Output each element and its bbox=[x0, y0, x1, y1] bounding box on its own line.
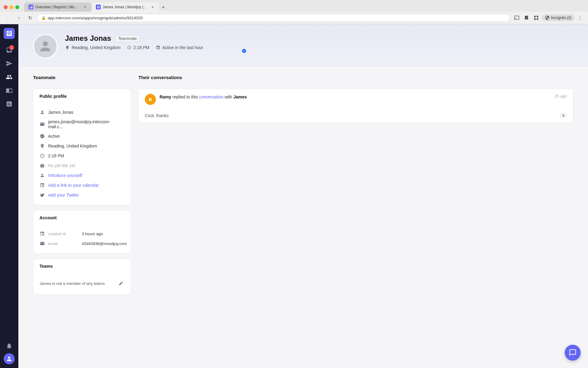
created-at-icon bbox=[40, 231, 45, 236]
convo-count: 4 bbox=[560, 113, 567, 118]
convo-avatar-1: R bbox=[145, 94, 156, 105]
sidebar-item-knowledge[interactable] bbox=[3, 84, 15, 97]
traffic-lights bbox=[4, 5, 19, 9]
svg-point-8 bbox=[580, 17, 580, 18]
sidebar-item-notifications[interactable] bbox=[3, 340, 15, 352]
back-button[interactable]: ‹ bbox=[4, 13, 12, 22]
left-column: Teammate Public profile James Jonas bbox=[33, 75, 131, 359]
account-created-value: 3 hours ago bbox=[82, 232, 103, 236]
sidebar: 1 bbox=[0, 24, 18, 368]
conversation-header-1: R Ramy replied to this conversation with… bbox=[139, 89, 573, 109]
cast-button[interactable] bbox=[512, 13, 521, 22]
status-icon bbox=[40, 133, 45, 139]
public-profile-card-body: James Jonas james.jonas@moodjoy.intercom… bbox=[33, 105, 131, 205]
conversation-body-1: Cool, thanks 4 bbox=[139, 109, 573, 123]
svg-rect-1 bbox=[31, 6, 31, 8]
profile-calendar-row-text: Add a link to your calendar bbox=[48, 183, 99, 188]
title-bar: Overview | Reports | Moodjoy ✕ James Jon… bbox=[0, 0, 588, 12]
right-column: Their conversations R Ramy replied to th… bbox=[138, 75, 573, 359]
svg-rect-2 bbox=[32, 6, 32, 8]
account-email-value: 42d43938@moodjoy.com bbox=[82, 241, 127, 246]
profile-row-twitter[interactable]: Add your Twitter bbox=[40, 190, 125, 200]
close-button[interactable] bbox=[4, 5, 8, 9]
tabs-bar: Overview | Reports | Moodjoy ✕ James Jon… bbox=[24, 2, 521, 12]
account-card-body: created at 3 hours ago email 42d43938@mo… bbox=[33, 226, 131, 253]
profile-row-bio[interactable]: Introduce yourself bbox=[40, 171, 125, 180]
minimize-button[interactable] bbox=[9, 5, 13, 9]
account-created-label: created at bbox=[48, 232, 79, 236]
convo-recipient: James bbox=[233, 94, 247, 99]
svg-rect-3 bbox=[534, 16, 536, 17]
app-logo[interactable] bbox=[4, 28, 15, 39]
profile-window-button[interactable] bbox=[532, 13, 541, 22]
profile-row-email: james.jonas@moodjoy.intercom-mail.c... bbox=[40, 117, 125, 131]
teams-message: James is not a member of any teams bbox=[40, 281, 105, 286]
world-map-background bbox=[18, 24, 588, 66]
teams-card-body: James is not a member of any teams bbox=[33, 275, 131, 294]
teams-card-title: Teams bbox=[40, 264, 125, 269]
public-profile-title: Public profile bbox=[40, 94, 125, 99]
main-content: James Jonas Teammate Reading, United Kin… bbox=[18, 24, 588, 368]
sidebar-item-inbox[interactable]: 1 bbox=[3, 44, 15, 56]
address-text: app.intercom.com/a/apps/nnsgmgob/admins/… bbox=[48, 16, 505, 20]
location-row-icon bbox=[40, 143, 45, 149]
sidebar-item-reports[interactable] bbox=[3, 98, 15, 110]
tab-overview[interactable]: Overview | Reports | Moodjoy ✕ bbox=[24, 2, 92, 12]
new-tab-button[interactable]: + bbox=[159, 3, 168, 12]
maximize-button[interactable] bbox=[15, 5, 19, 9]
time-row-icon bbox=[40, 153, 45, 159]
menu-button[interactable] bbox=[576, 13, 584, 22]
app-container: 1 bbox=[0, 24, 588, 368]
convo-sender: Ramy bbox=[160, 94, 171, 99]
teams-message-row: James is not a member of any teams bbox=[40, 277, 125, 289]
account-created-row: created at 3 hours ago bbox=[40, 229, 125, 239]
sidebar-bottom bbox=[3, 340, 15, 364]
convo-message: Cool, thanks bbox=[145, 113, 169, 118]
profile-row-calendar[interactable]: Add a link to your calendar bbox=[40, 180, 125, 190]
svg-rect-4 bbox=[537, 16, 538, 17]
lock-icon: 🔒 bbox=[41, 16, 46, 20]
bio-icon bbox=[40, 173, 45, 178]
tab-james[interactable]: James Jonas | Moodjoy | Inter... ✕ bbox=[92, 2, 159, 12]
sidebar-item-outbound[interactable] bbox=[3, 57, 15, 70]
nav-actions: Incognito (2) bbox=[512, 13, 584, 22]
tab-favicon-2 bbox=[96, 5, 101, 10]
teams-card-header: Teams bbox=[33, 259, 131, 275]
profile-header: James Jonas Teammate Reading, United Kin… bbox=[18, 24, 588, 66]
location-dot bbox=[242, 49, 246, 53]
calendar-icon bbox=[40, 182, 45, 188]
nav-bar: ‹ › ↻ 🔒 app.intercom.com/a/apps/nnsgmgob… bbox=[0, 12, 588, 24]
svg-rect-0 bbox=[29, 7, 30, 8]
reload-button[interactable]: ↻ bbox=[26, 13, 34, 22]
svg-rect-5 bbox=[534, 18, 536, 20]
profile-name-row-text: James Jonas bbox=[48, 110, 73, 115]
incognito-badge[interactable]: Incognito (2) bbox=[542, 14, 575, 21]
svg-point-7 bbox=[580, 16, 580, 17]
tab-close-1[interactable]: ✕ bbox=[83, 5, 87, 10]
address-bar[interactable]: 🔒 app.intercom.com/a/apps/nnsgmgob/admin… bbox=[37, 14, 510, 22]
convo-action: replied to this bbox=[172, 94, 199, 99]
account-card: Account created at 3 hours ago bbox=[33, 210, 131, 254]
profile-row-time: 2:18 PM bbox=[40, 151, 125, 161]
teams-card: Teams James is not a member of any teams bbox=[33, 259, 131, 295]
profile-row-job: No job title yet bbox=[40, 161, 125, 171]
profile-bio-row-text: Introduce yourself bbox=[48, 173, 82, 178]
svg-rect-6 bbox=[537, 18, 538, 20]
conversations-title: Their conversations bbox=[138, 75, 573, 80]
profile-row-location: Reading, United Kingdom bbox=[40, 141, 125, 151]
teams-edit-icon[interactable] bbox=[117, 280, 125, 287]
tab-close-2[interactable]: ✕ bbox=[150, 5, 155, 10]
email-icon bbox=[40, 121, 45, 127]
chat-widget-button[interactable] bbox=[565, 345, 581, 361]
sidebar-user-avatar[interactable] bbox=[4, 353, 15, 364]
teammate-section-title: Teammate bbox=[33, 75, 131, 80]
convo-link[interactable]: conversation bbox=[199, 94, 223, 99]
sidebar-item-contacts[interactable] bbox=[3, 71, 15, 83]
bookmark-button[interactable] bbox=[522, 13, 531, 22]
tab-label-2: James Jonas | Moodjoy | Inter... bbox=[103, 5, 147, 9]
public-profile-card-header: Public profile bbox=[33, 89, 131, 105]
convo-text-1: Ramy replied to this conversation with J… bbox=[160, 94, 551, 100]
svg-point-9 bbox=[580, 19, 580, 20]
forward-button[interactable]: › bbox=[15, 13, 23, 22]
profile-twitter-row-text: Add your Twitter bbox=[48, 193, 79, 197]
